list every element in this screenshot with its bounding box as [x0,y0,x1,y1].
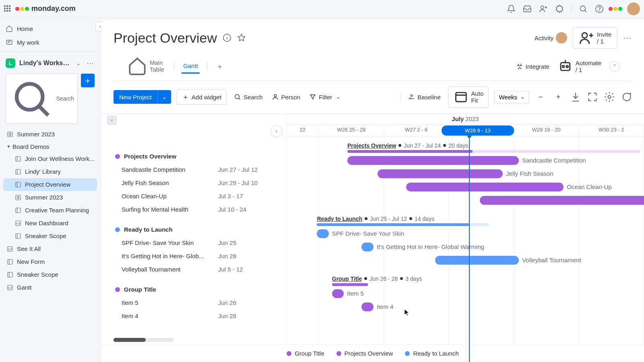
task-name: Volleyball Tournament [122,266,218,273]
group-header[interactable]: Group Title [101,283,286,296]
inbox-icon[interactable] [523,4,532,13]
task-row[interactable]: Volleyball TournamentJul 5 - 12 [101,263,286,276]
task-row[interactable]: Ocean Clean-UpJul 3 - 17 [101,189,286,203]
app-switcher-icon[interactable] [4,5,11,12]
invite-members-icon[interactable] [539,4,548,13]
workspace-menu-button[interactable]: ⋯ [87,59,95,68]
toolbar-search-button[interactable]: Search [232,91,264,103]
legend-item[interactable]: Ready to Launch [405,350,458,357]
svg-point-24 [566,66,568,68]
horizontal-scrollbar[interactable] [114,338,174,342]
sidebar-item-summer[interactable]: Summer 2023 [3,128,97,141]
task-row[interactable]: Surfing for Mental HealthJul 10 - 24 [101,203,286,216]
gantt-bar-row[interactable]: Volleyball Tournament [287,254,644,267]
task-row[interactable]: SPF Drive- Save Your SkinJun 25 [101,236,286,249]
group-summary-bar[interactable]: Ready to LaunchJun 25 - Jul 1214 days [287,214,644,227]
zoom-in-button[interactable]: + [552,91,564,103]
gantt-bar-row[interactable]: SPF Drive- Save Your Skin [287,227,644,241]
zoom-out-button[interactable]: − [535,91,547,103]
gantt-bar-row[interactable]: Jelly Fish Season [287,167,644,181]
filter-button[interactable]: Filter ⌄ [308,91,342,103]
gantt-bar-row[interactable]: Surfing for Mental Health [287,194,644,207]
sidebar-item[interactable]: Summer 2023 [3,191,97,204]
group-summary-bar[interactable]: Projects OverviewJun 27 - Jul 2420 days [287,141,644,154]
monday-logo-icon[interactable] [611,4,620,13]
workspace-selector[interactable]: L Lindy's Worksp... ⌄ ⋯ [0,54,100,72]
add-item-button[interactable]: ＋ [81,74,95,87]
notifications-icon[interactable] [507,4,516,13]
gantt-bar[interactable] [332,289,344,298]
fullscreen-button[interactable] [587,91,598,103]
brand-logo[interactable]: monday.com [15,4,76,13]
gantt-chart[interactable]: July2023 22W26 25 - 29W27 2 - 6W29 16 - … [287,114,644,362]
person-filter-button[interactable]: Person [270,91,302,103]
gantt-bar[interactable] [347,156,519,165]
tab-main-table[interactable]: Main Table [126,53,167,80]
help-icon[interactable] [595,4,604,13]
task-row[interactable]: Jelly Fish SeasonJun 29 - Jul 10 [101,176,286,189]
baseline-button[interactable]: Baseline [406,91,442,103]
legend-item[interactable]: Group Title [287,350,324,357]
sidebar-item[interactable]: Gantt [3,281,97,294]
integrate-button[interactable]: Integrate [516,63,549,70]
timescale-select[interactable]: Weeks ⌄ [494,91,529,103]
nav-home[interactable]: Home [0,22,100,35]
gantt-bar-row[interactable]: Item 4 [287,300,644,314]
chevron-down-icon[interactable]: ⌄ [157,90,171,104]
month-header: July2023 [287,114,644,125]
task-row[interactable]: Item 5Jun 26 [101,296,286,309]
gantt-bar[interactable] [378,169,503,178]
apps-icon[interactable] [555,4,564,13]
gantt-bar-row[interactable]: Ocean Clean-Up [287,181,644,194]
sidebar-item[interactable]: New Form [3,255,97,268]
add-widget-button[interactable]: ＋ Add widget [177,89,227,105]
info-icon[interactable] [223,33,231,42]
sidebar-item[interactable]: Sneaker Scope [3,230,97,243]
sidebar-item[interactable]: Creative Team Planning [3,204,97,217]
legend-item[interactable]: Projects Overview [336,350,393,357]
gantt-bar-row[interactable]: Sandcastle Competition [287,154,644,167]
more-menu-button[interactable]: ⋯ [623,33,632,43]
sidebar-item[interactable]: See It All [3,243,97,255]
group-summary-bar[interactable]: Group TitleJun 26 - 283 days [287,274,644,287]
gantt-bar[interactable] [406,183,564,191]
scroll-left-button[interactable]: ‹ [270,125,283,137]
task-row[interactable]: Sandcastle CompetitionJun 27 - Jul 12 [101,163,286,176]
group-header[interactable]: Ready to Launch [101,223,286,236]
task-row[interactable]: Item 4Jun 28 [101,309,286,323]
group-header[interactable]: Projects Overview [101,150,286,163]
settings-button[interactable] [604,91,615,103]
collapse-groups-button[interactable]: ‹ [107,115,117,125]
sidebar-item[interactable]: Lindy' Library [3,165,97,178]
gantt-bar-row[interactable]: Item 5 [287,287,644,300]
autofit-button[interactable]: Auto Fit [448,86,489,108]
gantt-bar[interactable] [361,243,373,251]
user-avatar[interactable] [627,2,640,15]
gantt-bar[interactable] [361,302,373,311]
activity-button[interactable]: Activity [535,32,568,43]
sidebar-item[interactable]: Sneaker Scope [3,268,97,281]
invite-button[interactable]: Invite / 1 [573,27,617,49]
gantt-bar[interactable] [480,196,644,205]
favorite-icon[interactable] [237,33,246,42]
export-button[interactable] [570,91,581,103]
sidebar-group-boarddemos[interactable]: ▼ Board Demos [3,141,97,152]
tab-gantt[interactable]: Gantt [182,59,200,74]
add-view-button[interactable]: ＋ [215,58,225,74]
automate-button[interactable]: Automate / 1 [557,59,601,74]
gantt-bar-row[interactable]: It's Getting Hot in Here- Global Warming [287,241,644,254]
collapse-header-button[interactable]: ⌃ [609,61,620,72]
sidebar-item[interactable]: Join Our Wellness Work... [3,152,97,165]
task-row[interactable]: It's Getting Hot in Here- Glob...Jun 28 [101,249,286,263]
search-icon[interactable] [579,4,588,13]
gantt-bar-label: Item 5 [347,289,364,298]
sidebar-search-input[interactable]: Search [6,74,78,124]
gantt-bar[interactable] [435,256,519,265]
sidebar-item[interactable]: New Dashboard [3,217,97,230]
comments-button[interactable] [621,91,632,103]
gantt-bar[interactable] [317,229,328,238]
sidebar-item[interactable]: Project Overview [3,178,97,191]
summary-name: Projects Overview [347,142,396,149]
nav-mywork[interactable]: My work [0,35,100,49]
new-item-button[interactable]: New Project ⌄ [114,90,171,104]
